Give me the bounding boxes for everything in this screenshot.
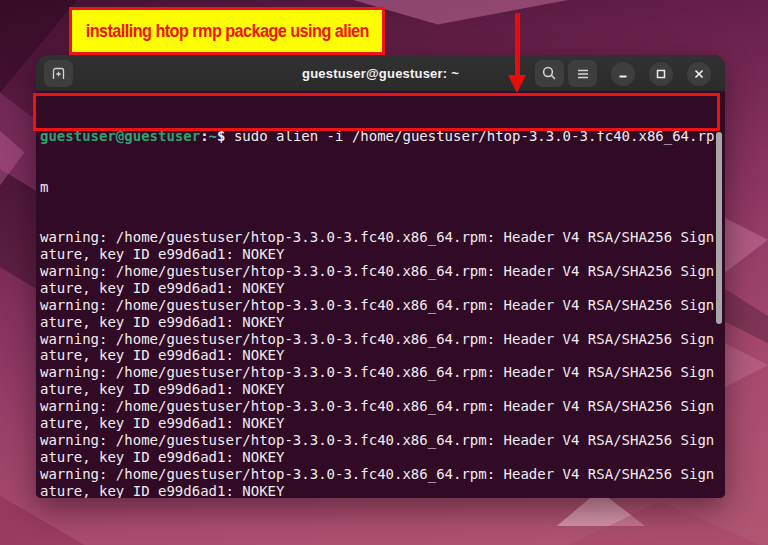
terminal-window: guestuser@guestuser: ~ xyxy=(36,55,725,498)
annotation-label: installing htop rmp package using alien xyxy=(85,21,368,42)
new-tab-button[interactable] xyxy=(44,60,73,87)
command-wrap-line: m xyxy=(40,179,725,196)
new-tab-icon xyxy=(50,65,67,82)
search-button[interactable] xyxy=(535,60,564,87)
terminal-line: warning: /home/guestuser/htop-3.3.0-3.fc… xyxy=(40,466,725,483)
prompt-user-host: guestuser@guestuser xyxy=(40,128,200,144)
prompt-colon: : xyxy=(200,128,208,144)
terminal-line: warning: /home/guestuser/htop-3.3.0-3.fc… xyxy=(40,297,725,314)
desktop: guestuser@guestuser: ~ xyxy=(0,0,768,545)
warning-output: warning: /home/guestuser/htop-3.3.0-3.fc… xyxy=(40,229,725,498)
minimize-button[interactable] xyxy=(611,62,635,86)
terminal-line: warning: /home/guestuser/htop-3.3.0-3.fc… xyxy=(40,432,725,449)
hamburger-menu-icon xyxy=(575,66,591,82)
terminal-line: warning: /home/guestuser/htop-3.3.0-3.fc… xyxy=(40,229,725,246)
annotation-callout: installing htop rmp package using alien xyxy=(69,7,385,55)
terminal-line: ature, key ID e99d6ad1: NOKEY xyxy=(40,246,725,263)
terminal-line: ature, key ID e99d6ad1: NOKEY xyxy=(40,314,725,331)
terminal-line: ature, key ID e99d6ad1: NOKEY xyxy=(40,449,725,466)
close-button[interactable] xyxy=(687,62,711,86)
command-line: guestuser@guestuser:~$ sudo alien -i /ho… xyxy=(40,128,725,145)
close-icon xyxy=(691,66,707,82)
maximize-icon xyxy=(653,66,669,82)
titlebar[interactable]: guestuser@guestuser: ~ xyxy=(36,55,725,92)
terminal-line: ature, key ID e99d6ad1: NOKEY xyxy=(40,415,725,432)
terminal-line: warning: /home/guestuser/htop-3.3.0-3.fc… xyxy=(40,398,725,415)
terminal-line: warning: /home/guestuser/htop-3.3.0-3.fc… xyxy=(40,364,725,381)
terminal-line: warning: /home/guestuser/htop-3.3.0-3.fc… xyxy=(40,331,725,348)
terminal-line: ature, key ID e99d6ad1: NOKEY xyxy=(40,381,725,398)
scrollbar-thumb[interactable] xyxy=(716,132,722,324)
command-text: sudo alien -i /home/guestuser/htop-3.3.0… xyxy=(225,128,714,144)
terminal-line: warning: /home/guestuser/htop-3.3.0-3.fc… xyxy=(40,263,725,280)
search-icon xyxy=(541,65,558,82)
maximize-button[interactable] xyxy=(649,62,673,86)
prompt-path: ~ xyxy=(209,128,217,144)
terminal-line: ature, key ID e99d6ad1: NOKEY xyxy=(40,280,725,297)
terminal-line: ature, key ID e99d6ad1: NOKEY xyxy=(40,347,725,364)
minimize-icon xyxy=(615,66,631,82)
menu-button[interactable] xyxy=(568,60,597,87)
terminal-content[interactable]: guestuser@guestuser:~$ sudo alien -i /ho… xyxy=(36,92,725,498)
terminal-line: ature, key ID e99d6ad1: NOKEY xyxy=(40,483,725,498)
